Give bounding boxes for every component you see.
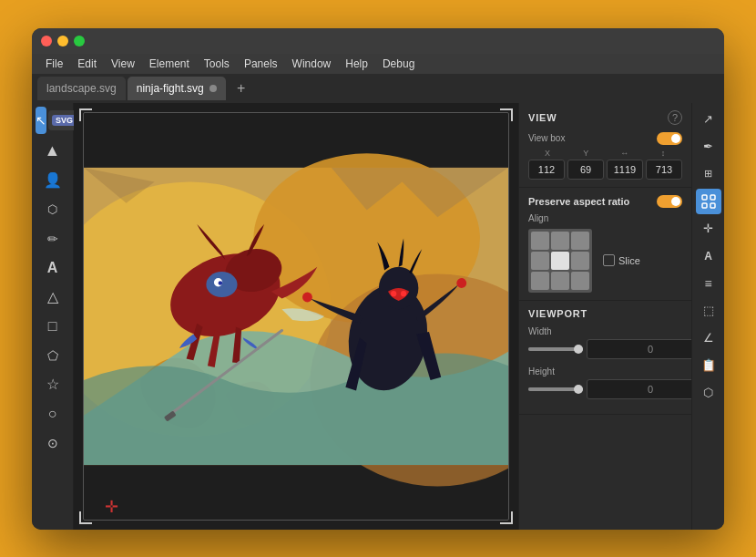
- slice-checkbox[interactable]: [603, 254, 615, 266]
- tool-spiral[interactable]: ⊙: [37, 429, 68, 457]
- height-row: Height px ▲ ▼: [528, 366, 682, 399]
- width-slider[interactable]: [528, 347, 583, 351]
- coord-labels: X Y ↔ ↕: [528, 149, 682, 158]
- view-title: VIEW: [528, 112, 557, 123]
- tab-ninja-label: ninja-fight.svg: [137, 82, 204, 95]
- tool-star[interactable]: ☆: [37, 371, 68, 398]
- tool-rect[interactable]: □: [37, 313, 68, 340]
- menu-element[interactable]: Element: [143, 56, 196, 72]
- tool-connect[interactable]: ⬡: [37, 196, 68, 223]
- height-input[interactable]: [587, 379, 691, 399]
- par-title: Preserve aspect ratio: [528, 196, 629, 207]
- menu-view[interactable]: View: [105, 56, 141, 72]
- tool-node[interactable]: ▲: [37, 138, 68, 165]
- right-toolbar: ↗ ✒ ⊞ ✛ A ≡ ⬚ ∠ 📋 ⬡: [691, 103, 724, 530]
- svg-point-8: [219, 281, 223, 285]
- view-section: VIEW ? View box X Y ↔ ↕: [519, 103, 691, 188]
- align-cell-1[interactable]: [551, 232, 569, 250]
- svg-badge-text: SVG: [52, 115, 77, 126]
- rt-expand[interactable]: [696, 189, 721, 214]
- menu-panels[interactable]: Panels: [238, 56, 284, 72]
- crosshair-icon: ✛: [105, 497, 118, 517]
- viewbox-y-input[interactable]: [567, 160, 604, 180]
- menu-file[interactable]: File: [39, 56, 69, 72]
- canvas-content: [83, 112, 509, 521]
- width-input-row: px ▲ ▼: [528, 339, 682, 359]
- height-input-row: px ▲ ▼: [528, 379, 682, 399]
- rt-move[interactable]: ✛: [696, 216, 721, 242]
- height-slider[interactable]: [528, 387, 583, 391]
- viewbox-toggle[interactable]: [657, 132, 682, 145]
- align-cell-4[interactable]: [551, 252, 569, 270]
- align-cell-6[interactable]: [531, 272, 549, 290]
- height-label: Height: [528, 366, 682, 376]
- minimize-button[interactable]: [57, 36, 68, 46]
- viewbox-w-input[interactable]: [607, 160, 643, 180]
- preserve-aspect-section: Preserve aspect ratio Align: [519, 188, 691, 301]
- title-bar: [32, 28, 724, 54]
- view-help-button[interactable]: ?: [668, 110, 682, 125]
- width-slider-thumb: [574, 345, 583, 354]
- tab-ninja[interactable]: ninja-fight.svg: [128, 77, 226, 100]
- align-cell-7[interactable]: [551, 272, 569, 290]
- rt-export[interactable]: ⬡: [696, 380, 721, 406]
- rt-text2[interactable]: A: [696, 243, 721, 269]
- svg-point-13: [302, 292, 312, 302]
- tab-add-button[interactable]: +: [231, 78, 251, 98]
- main-area: ↖ SVG ▲ 👤 ⬡ ✏ A △ □ ⬠ ☆ ○ ⊙: [32, 103, 724, 530]
- height-slider-thumb: [574, 385, 583, 394]
- width-label: Width: [528, 326, 682, 336]
- align-cell-8[interactable]: [571, 272, 589, 290]
- align-cell-0[interactable]: [531, 232, 549, 250]
- svg-point-11: [391, 291, 396, 296]
- align-cell-2[interactable]: [571, 232, 589, 250]
- svg-point-14: [456, 278, 466, 288]
- tool-select[interactable]: ↖: [36, 107, 46, 134]
- tab-landscape[interactable]: landscape.svg: [37, 77, 126, 100]
- viewport-section: Viewport Width px ▲ ▼: [519, 301, 691, 415]
- tool-pencil[interactable]: ✏: [37, 225, 68, 253]
- menu-edit[interactable]: Edit: [71, 56, 103, 72]
- rt-mask[interactable]: ⬚: [696, 298, 721, 324]
- svg-point-12: [401, 291, 406, 296]
- menu-tools[interactable]: Tools: [198, 56, 236, 72]
- rt-angle[interactable]: ∠: [696, 325, 721, 351]
- rt-pen[interactable]: ✒: [696, 134, 721, 160]
- rt-cursor[interactable]: ↗: [696, 107, 721, 132]
- menu-bar: File Edit View Element Tools Panels Wind…: [32, 54, 724, 74]
- slice-text: Slice: [618, 255, 640, 266]
- close-button[interactable]: [41, 36, 52, 46]
- tool-text[interactable]: A: [37, 254, 68, 282]
- rt-clipboard[interactable]: 📋: [696, 353, 721, 378]
- viewbox-x-input[interactable]: [528, 160, 565, 180]
- rt-layers[interactable]: ⊞: [696, 161, 721, 187]
- tool-pentagon[interactable]: ⬠: [37, 342, 68, 369]
- app-window: File Edit View Element Tools Panels Wind…: [32, 28, 724, 530]
- slice-label: Slice: [603, 254, 640, 266]
- tool-triangle[interactable]: △: [37, 284, 68, 311]
- width-row: Width px ▲ ▼: [528, 326, 682, 359]
- tool-person[interactable]: 👤: [37, 167, 68, 194]
- menu-window[interactable]: Window: [286, 56, 338, 72]
- rt-list[interactable]: ≡: [696, 271, 721, 296]
- viewbox-label: View box: [528, 133, 565, 143]
- align-label: Align: [528, 213, 682, 223]
- menu-help[interactable]: Help: [339, 56, 374, 72]
- menu-debug[interactable]: Debug: [376, 56, 421, 72]
- svg-rect-19: [702, 203, 707, 208]
- svg-rect-17: [702, 195, 707, 200]
- width-input[interactable]: [587, 339, 691, 359]
- par-toggle[interactable]: [657, 195, 682, 208]
- tool-ellipse[interactable]: ○: [37, 400, 68, 428]
- par-row: Preserve aspect ratio: [528, 195, 682, 208]
- canvas-area[interactable]: ✛: [74, 103, 518, 530]
- w-label: ↔: [606, 149, 644, 158]
- viewbox-row: View box: [528, 132, 682, 145]
- align-cell-3[interactable]: [531, 252, 549, 270]
- viewbox-h-input[interactable]: [646, 160, 682, 180]
- align-cell-5[interactable]: [571, 252, 589, 270]
- corner-bracket-bl: [79, 511, 92, 524]
- maximize-button[interactable]: [74, 36, 85, 46]
- corner-bracket-tl: [79, 108, 92, 121]
- svg-rect-18: [710, 195, 715, 200]
